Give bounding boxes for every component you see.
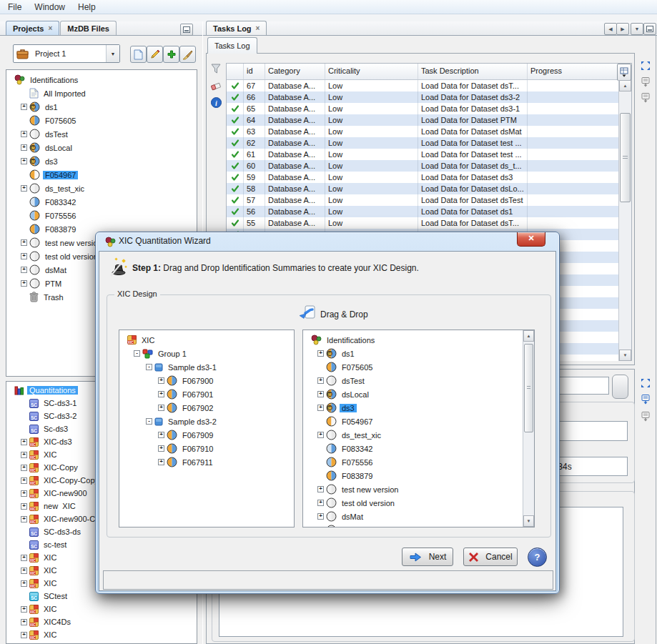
expander-slot[interactable]: + (19, 503, 29, 510)
expander-slot[interactable]: + (19, 606, 29, 613)
expand-icon[interactable]: + (21, 606, 27, 613)
expand-icon[interactable]: + (158, 432, 164, 438)
expand-icon[interactable]: + (21, 253, 27, 259)
expand-icon[interactable]: + (21, 439, 27, 445)
expander-slot[interactable]: + (157, 445, 166, 452)
expander-slot[interactable]: - (132, 350, 142, 357)
table-row[interactable]: 67Database A...LowLoad Data for Dataset … (227, 80, 631, 91)
expand-icon[interactable]: + (21, 568, 27, 574)
column-header-id[interactable]: id (244, 64, 265, 79)
tree-item-f067900[interactable]: +F067900 (119, 374, 294, 387)
expander-slot[interactable]: + (316, 513, 325, 520)
menu-window[interactable]: Window (28, 1, 71, 13)
tree-item-ptm[interactable]: +PTM (303, 523, 534, 527)
tree-item-f054967[interactable]: F054967 (303, 415, 534, 428)
close-button[interactable]: ✕ (517, 232, 545, 247)
scroll-down-arrow[interactable]: ▼ (523, 515, 534, 527)
expand-icon[interactable]: + (21, 452, 27, 458)
expander-slot[interactable]: + (19, 568, 29, 574)
eraser-icon[interactable] (209, 79, 222, 92)
expander-slot[interactable]: + (157, 432, 166, 438)
expander-slot[interactable]: + (19, 632, 29, 638)
expand-icon[interactable]: + (317, 513, 324, 520)
collapse-icon[interactable]: - (146, 418, 152, 425)
tree-item-identifications[interactable]: Identifications (6, 73, 197, 86)
expander-slot[interactable]: + (19, 104, 29, 110)
scrollbar-thumb[interactable] (620, 113, 631, 202)
expander-slot[interactable]: + (19, 555, 29, 561)
tree-item-xic4ds[interactable]: +XICXIC4Ds (6, 615, 197, 628)
table-row[interactable]: 59Database A...LowLoad Data for Dataset … (227, 172, 631, 183)
clean-button[interactable] (179, 46, 196, 63)
next-button[interactable]: Next (402, 548, 453, 566)
expander-slot[interactable]: + (316, 486, 325, 492)
chevron-down-icon[interactable]: ▼ (106, 45, 119, 62)
expander-slot[interactable]: + (19, 516, 29, 522)
tree-item-xic[interactable]: +XICXIC (6, 603, 197, 615)
maximize-view-icon[interactable] (639, 377, 652, 390)
expander-slot[interactable]: + (19, 239, 29, 246)
expand-icon[interactable]: + (21, 185, 27, 192)
expand-icon[interactable]: + (158, 459, 164, 465)
expand-icon[interactable]: + (21, 158, 27, 164)
collapse-icon[interactable]: - (134, 350, 140, 357)
tree-item-f067911[interactable]: +F067911 (119, 455, 294, 469)
export-icon[interactable] (639, 392, 652, 405)
expand-icon[interactable]: + (317, 486, 324, 492)
tree-item-f075605[interactable]: F075605 (303, 360, 534, 374)
tree-item-f067901[interactable]: +F067901 (119, 387, 294, 401)
expand-icon[interactable]: + (158, 405, 164, 411)
expander-slot[interactable]: + (19, 452, 29, 458)
expander-slot[interactable]: + (157, 405, 166, 411)
expander-slot[interactable]: + (19, 619, 29, 625)
expand-icon[interactable]: + (21, 104, 27, 110)
tree-item-f075556[interactable]: F075556 (303, 455, 534, 469)
tree-item-ds-test-xic[interactable]: +ds_test_xic (6, 182, 197, 195)
tree-item-test-new-version[interactable]: +test new version (303, 482, 534, 496)
tree-item-xic[interactable]: XICXIC (119, 333, 294, 347)
table-row[interactable]: 65Database A...LowLoad Data for Dataset … (227, 103, 631, 114)
tab-projects[interactable]: Projects × (6, 21, 59, 35)
expander-slot[interactable]: + (19, 439, 29, 445)
expander-slot[interactable]: + (19, 580, 29, 587)
expand-icon[interactable]: + (317, 405, 324, 411)
add-button[interactable] (163, 46, 179, 63)
expander-slot[interactable]: + (316, 432, 325, 438)
menu-file[interactable]: File (1, 1, 28, 13)
tree-item-f067910[interactable]: +F067910 (119, 442, 294, 455)
minimize-left-panel-button[interactable] (180, 24, 193, 36)
expand-icon[interactable]: + (21, 516, 27, 522)
expand-icon[interactable]: + (21, 280, 27, 287)
expand-icon[interactable]: + (317, 500, 324, 506)
expander-slot[interactable]: + (157, 377, 166, 384)
scroll-down-arrow[interactable]: ▼ (619, 350, 631, 361)
tree-item-ds-test-xic[interactable]: +ds_test_xic (303, 428, 534, 442)
table-row[interactable]: 60Database A...LowLoad Data for Dataset … (227, 160, 631, 172)
tree-item-f067902[interactable]: +F067902 (119, 401, 294, 415)
export-icon[interactable] (639, 91, 652, 104)
expander-slot[interactable]: + (19, 253, 29, 259)
tree-item-f083342[interactable]: F083342 (6, 195, 197, 209)
inner-tab-tasks-log[interactable]: Tasks Log (207, 37, 257, 54)
expander-slot[interactable]: + (316, 500, 325, 506)
dialog-tree-scrollbar[interactable]: ▲ ▼ (523, 330, 534, 527)
table-row[interactable]: 66Database A...LowLoad Data for Dataset … (227, 91, 631, 103)
expand-icon[interactable]: + (158, 445, 164, 452)
table-row[interactable]: 58Database A...LowLoad Data for Dataset … (227, 183, 631, 194)
expand-icon[interactable]: + (317, 527, 324, 527)
table-row[interactable]: 55Database A...LowLoad Data for Dataset … (227, 217, 631, 229)
tab-mzdb-files[interactable]: MzDB Files (60, 21, 117, 35)
info-icon[interactable]: i (209, 96, 222, 109)
tree-item-f075605[interactable]: F075605 (6, 114, 197, 127)
expander-slot[interactable]: + (19, 490, 29, 497)
expander-slot[interactable]: + (19, 131, 29, 137)
expander-slot[interactable]: + (316, 350, 325, 357)
expander-slot[interactable]: - (144, 364, 154, 370)
cancel-button[interactable]: Cancel (463, 548, 518, 566)
close-tab-icon[interactable]: × (256, 24, 260, 32)
scrollbar-thumb[interactable] (524, 344, 533, 432)
expand-icon[interactable]: + (158, 377, 164, 384)
tree-item-f067909[interactable]: +F067909 (119, 428, 294, 442)
tree-item-ds1[interactable]: +Mds1 (303, 347, 534, 360)
expand-icon[interactable]: + (21, 619, 27, 625)
